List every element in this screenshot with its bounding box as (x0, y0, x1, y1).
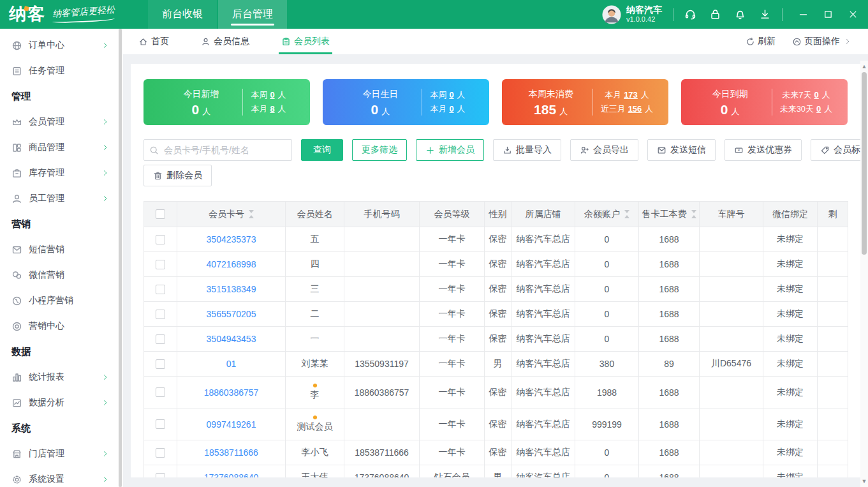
table-row: 3504235373五一年卡保密纳客汽车总店01688未绑定 (144, 227, 848, 252)
send-coupon-button[interactable]: ¥发送优惠券 (725, 139, 802, 161)
stat-card-value: 185人 (520, 103, 582, 116)
column-label: 所属店铺 (526, 209, 561, 220)
bell-icon[interactable] (734, 8, 746, 20)
more-filter-button[interactable]: 更多筛选 (352, 139, 407, 161)
cell-card-number: 3515138349 (177, 277, 286, 302)
batch-import-button[interactable]: 批量导入 (493, 139, 561, 161)
member-card-link[interactable]: 17376088640 (204, 472, 259, 477)
row-checkbox[interactable] (156, 235, 165, 244)
page-action[interactable]: 页面操作 (792, 36, 851, 47)
page-tab[interactable]: 会员信息 (201, 29, 249, 54)
scrollbar-up-arrow[interactable]: ▲ (860, 62, 868, 71)
stat-sub-number[interactable]: 0 (270, 90, 274, 100)
member-tag-button[interactable]: 会员标签 (811, 139, 860, 161)
stat-sub-number[interactable]: 156 (628, 104, 642, 114)
minimize-icon[interactable] (798, 10, 808, 19)
member-card-link[interactable]: 01 (226, 359, 237, 369)
sidebar-scrollbar-thumb[interactable] (119, 29, 122, 487)
stat-card-divider (242, 89, 243, 116)
sidebar-item[interactable]: 营销中心 (0, 313, 123, 339)
download-icon[interactable] (759, 8, 771, 20)
row-checkbox[interactable] (156, 334, 165, 344)
sidebar-item[interactable]: 员工管理 (0, 186, 123, 211)
member-card-link[interactable]: 3565570205 (207, 309, 256, 319)
main-scrollbar[interactable]: ▲ ▼ (860, 61, 868, 487)
sidebar-item[interactable]: 会员管理 (0, 109, 123, 135)
sort-desc-icon[interactable] (624, 210, 629, 213)
row-checkbox[interactable] (156, 419, 165, 429)
settings-icon (11, 474, 22, 485)
row-checkbox[interactable] (156, 387, 165, 397)
member-card-link[interactable]: 3515138349 (207, 284, 256, 294)
cell-checkbox (144, 327, 177, 352)
search-button[interactable]: 查询 (301, 139, 343, 161)
stat-card-subrow: 本周0人 (430, 88, 465, 102)
sidebar-item[interactable]: 数据分析 (0, 390, 123, 416)
cell-member-name: 四 (286, 252, 344, 277)
member-export-button[interactable]: 会员导出 (570, 139, 638, 161)
top-tab-backstage[interactable]: 后台管理 (218, 0, 287, 29)
sort-asc-icon[interactable] (691, 215, 696, 218)
sidebar-item[interactable]: 统计报表 (0, 364, 123, 390)
delete-member-button[interactable]: 删除会员 (143, 165, 212, 186)
cell-remaining (818, 377, 848, 408)
select-all-checkbox[interactable] (156, 209, 165, 219)
row-checkbox[interactable] (156, 260, 165, 269)
page-action[interactable]: 刷新 (746, 36, 776, 47)
page-tab[interactable]: 会员列表 (281, 29, 330, 54)
row-checkbox[interactable] (156, 473, 165, 478)
sort-asc-icon[interactable] (624, 215, 629, 218)
maximize-icon[interactable] (823, 10, 833, 19)
customer-service-icon[interactable] (684, 8, 696, 20)
stat-sub-number[interactable]: 173 (624, 90, 638, 100)
page-tab[interactable]: 首页 (138, 29, 169, 54)
sidebar-item[interactable]: 任务管理 (0, 58, 123, 84)
send-sms-button[interactable]: 发送短信 (647, 139, 716, 161)
sort-asc-icon[interactable] (249, 215, 254, 218)
sidebar-item[interactable]: 商品管理 (0, 135, 123, 160)
member-card-link[interactable]: 18538711666 (204, 447, 258, 458)
member-card-link[interactable]: 18860386757 (204, 387, 259, 398)
sidebar-item[interactable]: 门店管理 (0, 441, 123, 467)
sidebar-item[interactable]: 库存管理 (0, 160, 123, 186)
member-card-link[interactable]: 3504235373 (207, 234, 256, 244)
close-icon[interactable] (848, 10, 858, 19)
sidebar-item[interactable]: 短信营销 (0, 237, 123, 262)
sidebar-item[interactable]: 微信营销 (0, 262, 123, 288)
sort-control[interactable] (624, 210, 629, 218)
sort-desc-icon[interactable] (691, 210, 696, 213)
scrollbar-down-arrow[interactable]: ▼ (860, 477, 868, 486)
row-checkbox[interactable] (156, 448, 165, 458)
member-card-link[interactable]: 3504943453 (207, 334, 256, 344)
sidebar-item[interactable]: 小程序营销 (0, 288, 123, 313)
member-card-link[interactable]: 0997419261 (207, 419, 256, 430)
sidebar-item[interactable]: 系统设置 (0, 467, 123, 487)
cell-level: 一年卡 (420, 440, 485, 465)
sidebar-scrollbar[interactable] (119, 29, 122, 487)
row-checkbox[interactable] (156, 310, 165, 319)
lock-icon[interactable] (709, 8, 721, 20)
row-checkbox[interactable] (156, 359, 165, 369)
member-name-text: 刘某某 (287, 358, 342, 370)
stat-sub-number[interactable]: 0 (814, 90, 818, 100)
stat-sub-number[interactable]: 0 (449, 90, 453, 100)
sidebar-item[interactable]: 订单中心 (0, 33, 123, 58)
top-tab-cashier[interactable]: 前台收银 (148, 0, 217, 29)
sort-desc-icon[interactable] (249, 210, 254, 213)
sort-control[interactable] (691, 210, 696, 218)
add-member-button[interactable]: 新增会员 (416, 139, 484, 161)
member-card-link[interactable]: 4072168998 (207, 259, 256, 269)
sidebar-section: 系统 (0, 416, 123, 441)
sort-control[interactable] (249, 210, 254, 218)
stat-sub-unit: 人 (822, 90, 830, 100)
row-checkbox[interactable] (156, 285, 165, 294)
user-account[interactable]: 纳客汽车 v1.0.0.42 (602, 4, 662, 24)
cell-store: 纳客汽车总店 (511, 277, 575, 302)
search-input[interactable] (163, 144, 286, 156)
stat-sub-number[interactable]: 8 (270, 104, 274, 114)
cell-gender: 保密 (485, 302, 511, 327)
main-scrollbar-thumb[interactable] (862, 72, 867, 255)
stat-sub-number[interactable]: 0 (816, 104, 821, 114)
table-header-cell: 会员卡号 (177, 202, 286, 227)
stat-sub-number[interactable]: 0 (449, 104, 453, 114)
